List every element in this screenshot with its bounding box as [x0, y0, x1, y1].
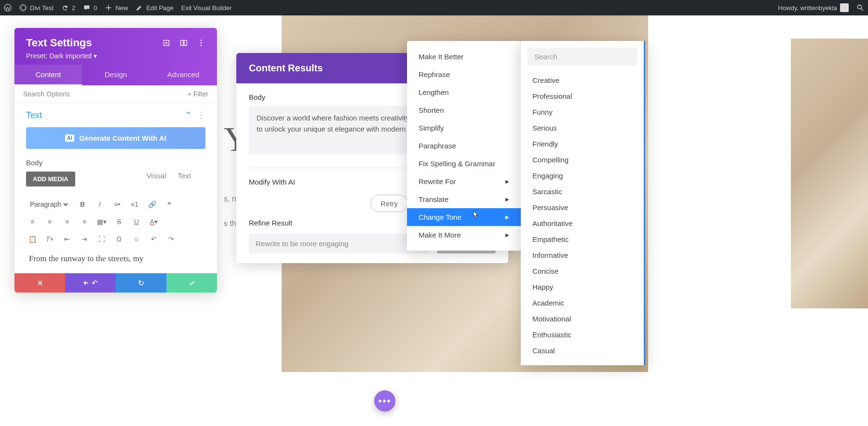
- section-text[interactable]: Text: [26, 110, 42, 120]
- tone-option-sarcastic[interactable]: Sarcastic: [528, 184, 637, 200]
- tone-option-enthusiastic[interactable]: Enthusiastic: [528, 327, 637, 343]
- panel-footer: ↶ ↻: [14, 273, 217, 293]
- tone-option-motivational[interactable]: Motivational: [528, 311, 637, 327]
- ai-menu-item-make-it-more[interactable]: Make It More▶: [407, 226, 521, 244]
- ai-menu-item-rewrite-for[interactable]: Rewrite For▶: [407, 173, 521, 190]
- preset-selector[interactable]: Preset: Dark imported ▾: [26, 52, 205, 60]
- align-center-icon[interactable]: ≡: [45, 217, 54, 226]
- tone-option-engaging[interactable]: Engaging: [528, 168, 637, 184]
- refine-input[interactable]: Rewrite to be more engaging: [249, 234, 430, 253]
- chevron-down-icon: ▾: [94, 52, 97, 60]
- tab-content[interactable]: Content: [14, 65, 82, 85]
- comments[interactable]: 0: [83, 4, 97, 12]
- site-name[interactable]: Divi Test: [19, 4, 54, 12]
- svg-rect-7: [184, 40, 187, 46]
- layout-icon[interactable]: [179, 39, 188, 47]
- generate-content-ai-button[interactable]: AI Generate Content With AI: [26, 127, 205, 149]
- divi-fab[interactable]: •••: [374, 390, 395, 412]
- tone-option-academic[interactable]: Academic: [528, 295, 637, 311]
- panel-title: Text Settings: [26, 37, 92, 49]
- strike-icon[interactable]: S: [115, 217, 123, 226]
- edit-page[interactable]: Edit Page: [136, 4, 173, 12]
- tone-option-empathetic[interactable]: Empathetic: [528, 231, 637, 247]
- tone-option-compelling[interactable]: Compelling: [528, 152, 637, 168]
- settings-tabs: Content Design Advanced: [14, 65, 217, 85]
- underline-icon[interactable]: U: [132, 217, 141, 226]
- tone-option-informative[interactable]: Informative: [528, 247, 637, 263]
- quote-icon[interactable]: ❝: [165, 200, 174, 209]
- tone-option-happy[interactable]: Happy: [528, 279, 637, 295]
- avatar: [840, 3, 849, 12]
- ai-menu-item-translate[interactable]: Translate▶: [407, 190, 521, 208]
- more-icon[interactable]: [197, 39, 205, 47]
- new[interactable]: New: [105, 4, 128, 12]
- editor-tab-visual[interactable]: Visual: [147, 172, 166, 180]
- align-left-icon[interactable]: ≡: [28, 217, 37, 226]
- tab-design[interactable]: Design: [82, 65, 149, 85]
- table-icon[interactable]: ▦▾: [97, 217, 106, 226]
- tone-option-professional[interactable]: Professional: [528, 88, 637, 104]
- search-options[interactable]: Search Options: [23, 90, 70, 98]
- ai-menu-item-make-it-better[interactable]: Make It Better: [407, 48, 521, 66]
- expand-icon[interactable]: [162, 39, 171, 47]
- tab-advanced[interactable]: Advanced: [149, 65, 217, 85]
- filter-button[interactable]: + Filter: [188, 90, 208, 98]
- indent-icon[interactable]: ⇥: [80, 235, 89, 243]
- ai-menu-item-paraphrase[interactable]: Paraphrase: [407, 137, 521, 155]
- text-color-icon[interactable]: A▾: [149, 217, 158, 226]
- wp-logo[interactable]: [4, 4, 12, 12]
- align-right-icon[interactable]: ≡: [63, 217, 71, 226]
- wp-admin-bar: Divi Test 2 0 New Edit Page Exit Visual …: [0, 0, 868, 15]
- number-list-icon[interactable]: ≡1: [130, 200, 139, 209]
- ai-menu-item-lengthen[interactable]: Lengthen: [407, 83, 521, 101]
- tone-option-friendly[interactable]: Friendly: [528, 136, 637, 152]
- section-more-icon[interactable]: ⋮: [197, 110, 205, 120]
- ai-menu-item-rephrase[interactable]: Rephrase: [407, 66, 521, 83]
- undo-button[interactable]: ↶: [65, 273, 116, 293]
- exit-visual-builder[interactable]: Exit Visual Builder: [181, 4, 232, 12]
- svg-point-3: [857, 5, 861, 9]
- ai-menu-item-fix-spelling-grammar[interactable]: Fix Spelling & Grammar: [407, 155, 521, 173]
- bullet-list-icon[interactable]: ≡•: [113, 200, 122, 209]
- link-icon[interactable]: 🔗: [148, 200, 156, 209]
- tone-search-input[interactable]: Search: [528, 48, 637, 66]
- paragraph-select[interactable]: Paragraph: [28, 200, 69, 209]
- save-button[interactable]: [166, 273, 217, 293]
- fullscreen-icon[interactable]: ⛶: [97, 235, 106, 243]
- add-media-button[interactable]: ADD MEDIA: [26, 172, 75, 186]
- improve-with-ai-menu: Make It BetterRephraseLengthenShortenSim…: [407, 41, 521, 251]
- tone-option-persuasive[interactable]: Persuasive: [528, 200, 637, 215]
- clear-format-icon[interactable]: T×: [45, 235, 54, 243]
- italic-icon[interactable]: I: [95, 200, 104, 209]
- svg-point-8: [201, 40, 202, 41]
- search-icon[interactable]: [856, 4, 864, 12]
- editor-tab-text[interactable]: Text: [177, 172, 191, 180]
- tone-option-funny[interactable]: Funny: [528, 104, 637, 120]
- outdent-icon[interactable]: ⇤: [63, 235, 71, 243]
- redo-button[interactable]: ↻: [116, 273, 166, 293]
- align-justify-icon[interactable]: ≡: [80, 217, 89, 226]
- retry-button[interactable]: Retry: [370, 195, 408, 212]
- ai-menu-item-shorten[interactable]: Shorten: [407, 101, 521, 119]
- ai-menu-item-simplify[interactable]: Simplify: [407, 119, 521, 137]
- cancel-button[interactable]: [14, 273, 65, 293]
- tone-option-creative[interactable]: Creative: [528, 72, 637, 88]
- collapse-icon[interactable]: ⌃: [185, 110, 192, 120]
- emoji-icon[interactable]: ☺: [132, 235, 141, 243]
- greeting[interactable]: Howdy, writtenbyekta: [778, 3, 849, 12]
- tone-option-concise[interactable]: Concise: [528, 263, 637, 279]
- text-settings-panel: Text Settings Preset: Dark imported ▾ Co…: [14, 28, 217, 293]
- updates[interactable]: 2: [61, 4, 75, 12]
- bold-icon[interactable]: B: [78, 200, 87, 209]
- svg-point-0: [4, 4, 11, 11]
- undo-icon[interactable]: ↶: [149, 235, 158, 243]
- tone-option-casual[interactable]: Casual: [528, 343, 637, 359]
- svg-point-5: [166, 42, 167, 44]
- tone-option-serious[interactable]: Serious: [528, 120, 637, 136]
- ai-menu-item-change-tone[interactable]: Change Tone▶: [407, 208, 521, 226]
- paste-icon[interactable]: 📋: [28, 235, 37, 243]
- tone-option-authoritative[interactable]: Authoritative: [528, 215, 637, 231]
- omega-icon[interactable]: Ω: [115, 235, 123, 243]
- redo-icon[interactable]: ↷: [167, 235, 176, 243]
- editor-content[interactable]: From the runway to the streets, my: [26, 249, 205, 268]
